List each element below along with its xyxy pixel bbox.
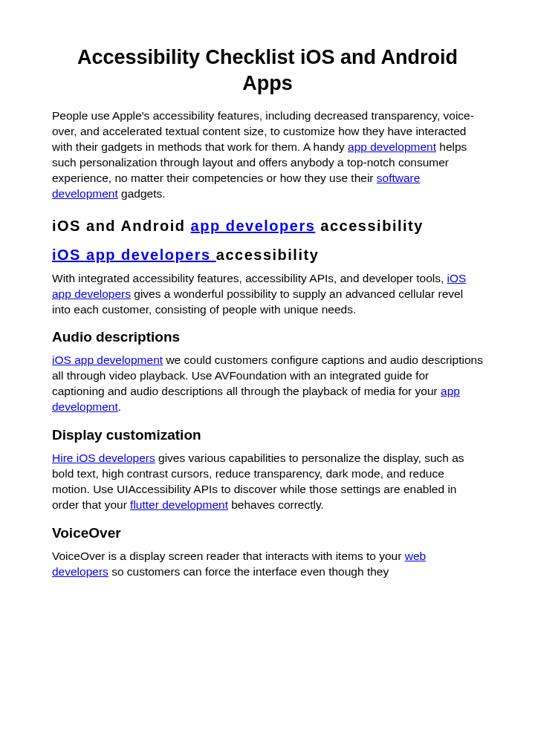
intro-text: gadgets.	[118, 187, 166, 200]
section-heading-display: Display customization	[52, 427, 483, 443]
body-text: .	[118, 400, 121, 413]
section-heading-ios-accessibility: iOS app developers accessibility	[52, 247, 483, 264]
ios-accessibility-paragraph: With integrated accessibility features, …	[52, 271, 483, 318]
link-ios-app-developers-heading[interactable]: iOS app developers	[52, 247, 216, 263]
section-heading-audio: Audio descriptions	[52, 329, 483, 345]
link-app-development[interactable]: app development	[348, 140, 436, 153]
section-heading-ios-android: iOS and Android app developers accessibi…	[52, 215, 483, 236]
link-hire-ios-developers[interactable]: Hire iOS developers	[52, 452, 155, 464]
heading-text: iOS and Android	[52, 218, 191, 234]
heading-text: accessibility	[216, 247, 319, 263]
link-app-developers[interactable]: app developers	[191, 218, 316, 234]
body-text: so customers can force the interface eve…	[108, 565, 389, 578]
body-text: VoiceOver is a display screen reader tha…	[52, 550, 405, 562]
page-title: Accessibility Checklist iOS and Android …	[52, 45, 483, 97]
heading-text: accessibility	[315, 218, 424, 234]
section-heading-voiceover: VoiceOver	[52, 525, 483, 541]
voiceover-paragraph: VoiceOver is a display screen reader tha…	[52, 549, 483, 580]
body-text: With integrated accessibility features, …	[52, 272, 447, 284]
body-text: behaves correctly.	[228, 498, 324, 511]
link-ios-app-development[interactable]: iOS app development	[52, 353, 163, 366]
intro-paragraph: People use Apple's accessibility feature…	[52, 108, 483, 202]
link-flutter-development[interactable]: flutter development	[130, 498, 228, 511]
audio-paragraph: iOS app development we could customers c…	[52, 353, 483, 415]
display-paragraph: Hire iOS developers gives various capabi…	[52, 451, 483, 513]
